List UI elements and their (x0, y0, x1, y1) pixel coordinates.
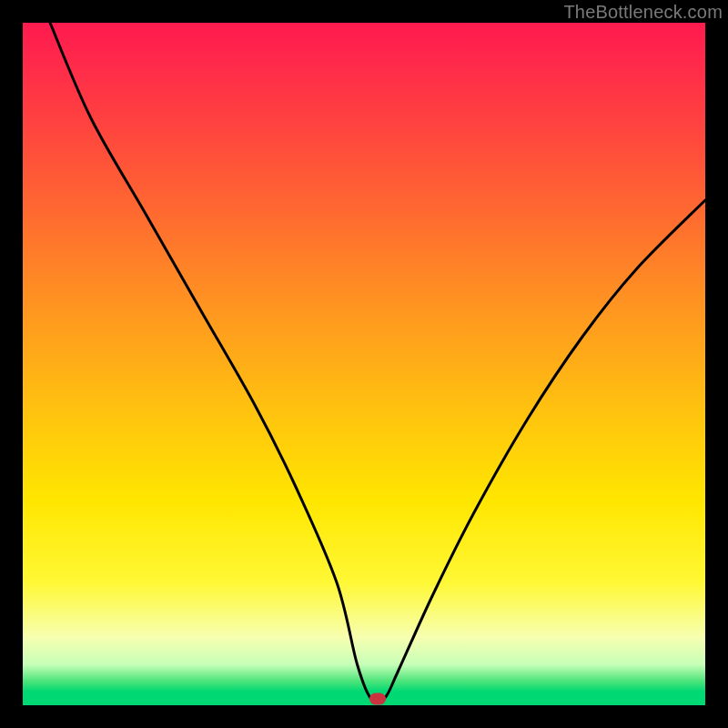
chart-frame: TheBottleneck.com (0, 0, 728, 728)
bottleneck-curve (23, 23, 705, 705)
watermark-text: TheBottleneck.com (563, 2, 723, 23)
plot-area (23, 23, 705, 705)
optimal-point-marker (369, 693, 386, 704)
